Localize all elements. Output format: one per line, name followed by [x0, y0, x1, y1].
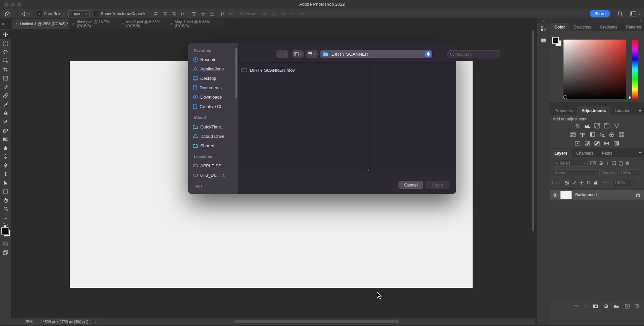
tab-close-icon[interactable]: × [170, 21, 172, 26]
link-layers-icon[interactable] [574, 305, 579, 308]
layer-name[interactable]: Background [575, 193, 597, 197]
frame-tool[interactable] [0, 74, 11, 83]
move-tool[interactable] [0, 30, 11, 39]
tab-dfdsf[interactable]: × dfdsf.psd @ 16.7% (RGB/8) * [69, 19, 125, 29]
new-group-icon[interactable] [614, 304, 620, 309]
lock-all-icon[interactable] [594, 180, 598, 185]
gradient-tool[interactable] [0, 135, 11, 144]
sidebar-item-icloud-drive[interactable]: iCloud Drive [193, 132, 236, 140]
tab-close-icon[interactable]: × [72, 21, 74, 26]
comments-panel-icon[interactable] [537, 35, 550, 46]
color-fg-bg-swatches[interactable] [552, 37, 562, 47]
filter-toggle-icon[interactable] [626, 161, 629, 165]
open-button[interactable]: Open [425, 181, 450, 189]
hand-tool[interactable] [0, 196, 11, 205]
tab-gradients[interactable]: Gradients [595, 23, 622, 31]
sidebar-item-downloads[interactable]: Downloads [193, 93, 236, 101]
sidebar-item-creative-cloud[interactable]: Creative Cl... [193, 103, 236, 110]
marquee-tool[interactable] [0, 39, 11, 48]
auto-select-target-select[interactable]: Layer∨ [68, 10, 90, 17]
tab-map1[interactable]: × Map 1.psd @ 8.33% (RGB/8) [167, 19, 224, 29]
add-layer-mask-icon[interactable] [593, 304, 598, 309]
adjustments-panel-menu-icon[interactable]: ≡ [636, 106, 644, 115]
column-view-button[interactable]: ∨ [292, 50, 304, 58]
crop-tool[interactable] [0, 65, 11, 74]
tab-close-icon[interactable]: × [121, 21, 124, 26]
more-align-options-icon[interactable]: ••• [228, 12, 233, 16]
distribute-middle-icon[interactable] [201, 12, 205, 16]
channel-mixer-icon[interactable] [608, 131, 616, 138]
invert-icon[interactable] [574, 140, 582, 147]
zoom-level[interactable]: 25% [25, 320, 33, 324]
tab-libraries[interactable]: Libraries [610, 106, 634, 115]
selective-color-icon[interactable] [612, 140, 621, 147]
auto-select-checkbox[interactable]: ✓ [37, 11, 42, 16]
screen-mode-icon[interactable] [0, 248, 11, 257]
sidebar-scrollbar[interactable] [235, 48, 237, 98]
shape-tool[interactable] [0, 187, 11, 196]
lock-pixels-icon[interactable] [572, 180, 576, 185]
lock-transparency-icon[interactable] [565, 180, 569, 185]
layer-effects-icon[interactable]: fx [585, 304, 588, 309]
exposure-icon[interactable] [603, 122, 611, 129]
zoom-window-button[interactable] [17, 2, 21, 7]
tab-properties[interactable]: Properties [550, 106, 577, 115]
tab-channels[interactable]: Channels [572, 149, 598, 157]
sidebar-item-6tb-drive[interactable]: 6TB_Dr... [193, 171, 236, 179]
sidebar-item-recents[interactable]: Recents [193, 56, 236, 63]
quick-mask-icon[interactable] [0, 239, 11, 248]
zoom-tool[interactable] [0, 205, 11, 213]
tab-paths[interactable]: Paths [597, 149, 616, 157]
sidebar-item-shared[interactable]: Shared [193, 142, 236, 149]
eject-icon[interactable] [222, 173, 225, 177]
sidebar-item-quicktime[interactable]: QuickTime... [193, 123, 236, 130]
levels-icon[interactable] [583, 122, 591, 129]
dialog-search[interactable] [447, 50, 500, 58]
sidebar-item-documents[interactable]: Documents [193, 84, 236, 91]
workspace-chevron-icon[interactable]: ∨ [638, 12, 641, 15]
object-selection-tool[interactable] [0, 56, 11, 65]
sidebar-item-desktop[interactable]: Desktop [193, 74, 236, 82]
color-picker-handle[interactable] [564, 95, 567, 99]
tab-patterns[interactable]: Patterns [622, 23, 644, 31]
eraser-tool[interactable] [0, 126, 11, 135]
home-icon[interactable] [0, 9, 15, 18]
foreground-color-swatch[interactable] [1, 227, 10, 236]
dropdown-stepper-icon[interactable] [425, 51, 431, 57]
group-view-button[interactable]: ∨ [306, 50, 318, 58]
close-window-button[interactable] [4, 2, 9, 7]
tab-close-icon[interactable]: × [15, 21, 18, 26]
new-adjustment-layer-icon[interactable] [604, 304, 608, 309]
black-white-icon[interactable] [588, 131, 596, 138]
history-brush-tool[interactable] [0, 117, 11, 126]
color-lookup-icon[interactable] [618, 131, 626, 138]
fill-field[interactable]: 100%∨ [612, 179, 634, 186]
align-center-h-icon[interactable] [163, 12, 167, 16]
move-tool-preset[interactable]: ∨ [20, 11, 32, 16]
minimize-window-button[interactable] [10, 2, 15, 7]
color-spectrum-field[interactable] [564, 40, 626, 99]
column-divider[interactable]: ‖ [367, 63, 371, 174]
threshold-icon[interactable] [593, 140, 601, 147]
expand-dock-icon[interactable]: « [537, 18, 550, 23]
sidebar-item-applications[interactable]: Applications [193, 65, 236, 72]
layer-visibility-icon[interactable] [550, 193, 560, 197]
align-right-icon[interactable] [171, 12, 176, 16]
hue-slider[interactable] [632, 40, 638, 99]
hue-slider-handle[interactable] [629, 96, 631, 99]
distribute-top-icon[interactable] [192, 12, 197, 16]
tab-map2[interactable]: × map2.psd @ 8.33% (RGB/8) [118, 19, 173, 29]
path-selection-tool[interactable] [0, 178, 11, 187]
search-icon[interactable] [618, 11, 623, 17]
show-transform-checkbox[interactable] [94, 11, 99, 16]
type-tool[interactable]: T [0, 170, 11, 178]
filter-shape-layers-icon[interactable] [611, 161, 616, 165]
collapse-dock-icon[interactable]: » [639, 19, 644, 22]
tab-overflow-icon[interactable]: » [2, 21, 4, 26]
distribute-vertical-icon[interactable] [221, 11, 224, 16]
pen-tool[interactable] [0, 161, 11, 170]
vibrance-icon[interactable] [612, 122, 621, 129]
clone-stamp-tool[interactable] [0, 109, 11, 117]
layers-panel-menu-icon[interactable]: ≡ [636, 149, 644, 157]
brightness-contrast-icon[interactable] [574, 122, 582, 129]
